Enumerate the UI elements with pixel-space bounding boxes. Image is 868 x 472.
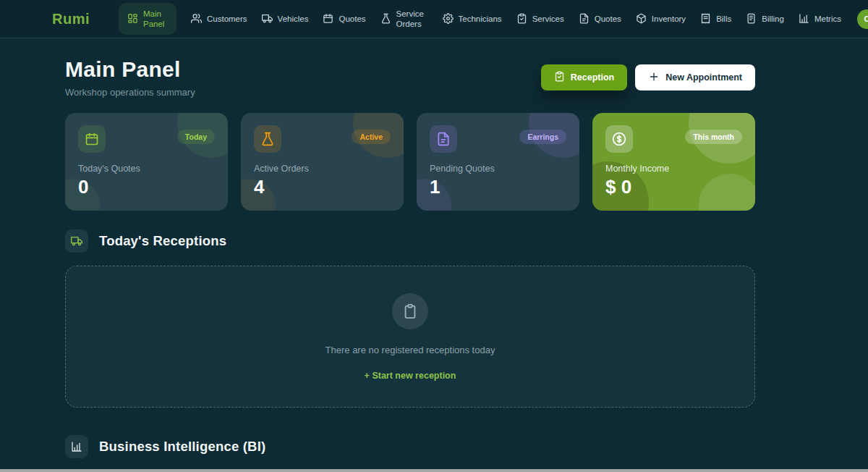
empty-message: There are no registered receptions today	[326, 345, 495, 355]
new-appointment-button[interactable]: New Appointment	[635, 64, 755, 90]
new-appointment-button-label: New Appointment	[665, 72, 742, 83]
stat-value: 1	[430, 176, 566, 198]
nav-label: Customers	[207, 14, 247, 23]
stat-label: Monthly Income	[605, 164, 742, 174]
document-icon	[430, 125, 457, 153]
nav-item-service-orders[interactable]: Service Orders	[380, 9, 428, 30]
nav-item-bills[interactable]: Bills	[700, 13, 731, 25]
nav-label: Services	[532, 14, 564, 23]
nav-label: Inventory	[652, 14, 686, 23]
truck-icon	[262, 13, 273, 25]
dashboard-icon	[127, 13, 138, 25]
nav-item-billing[interactable]: Billing	[746, 13, 784, 25]
nav-label: Bills	[716, 14, 731, 23]
plus-icon	[648, 71, 660, 85]
avatar[interactable]: C	[857, 9, 868, 29]
receptions-empty-state: There are no registered receptions today…	[65, 266, 755, 408]
status-badge: This month	[685, 130, 742, 144]
header-actions: Reception New Appointment	[541, 64, 755, 90]
clipboard-icon	[392, 293, 428, 329]
gear-icon	[443, 13, 454, 25]
page-subtitle: Workshop operations summary	[65, 87, 195, 98]
nav-item-main-panel[interactable]: Main Panel	[119, 3, 176, 35]
invoice-icon	[746, 13, 757, 25]
nav-item-customers[interactable]: Customers	[191, 13, 247, 25]
stat-value: 0	[78, 176, 215, 198]
page-header: Main Panel Workshop operations summary R…	[65, 57, 755, 98]
section-title: Business Intelligence (BI)	[99, 439, 265, 455]
stat-label: Today's Quotes	[78, 164, 215, 174]
stat-value: 4	[254, 176, 391, 198]
nav-item-technicians[interactable]: Technicians	[443, 13, 502, 25]
user-menu[interactable]: C	[857, 9, 868, 29]
main-content: Main Panel Workshop operations summary R…	[65, 57, 755, 458]
reception-button[interactable]: Reception	[541, 64, 627, 90]
app-logo: Rumi	[52, 11, 90, 28]
calendar-icon	[78, 125, 106, 153]
nav-label: Vehicles	[278, 14, 309, 23]
nav-label: Service Orders	[396, 9, 428, 30]
nav-label: Quotes	[339, 14, 365, 23]
bar-chart-icon	[65, 435, 88, 458]
stat-label: Active Orders	[254, 164, 391, 174]
stat-card-todays-quotes: Today Today's Quotes 0	[65, 113, 228, 211]
reception-button-label: Reception	[571, 72, 614, 83]
stat-card-active-orders: Active Active Orders 4	[241, 113, 404, 211]
bar-chart-icon	[799, 13, 809, 25]
start-new-reception-link[interactable]: + Start new reception	[365, 371, 456, 381]
stat-card-pending-quotes: Earrings Pending Quotes 1	[417, 113, 579, 211]
receipt-icon	[700, 13, 711, 25]
stat-value: $ 0	[605, 176, 742, 198]
nav-item-quotes[interactable]: Quotes	[323, 13, 365, 25]
nav-item-metrics[interactable]: Metrics	[799, 13, 841, 25]
nav-label: Technicians	[459, 14, 502, 23]
dollar-circle-icon	[605, 125, 633, 153]
nav-label: Metrics	[814, 14, 841, 23]
stat-label: Pending Quotes	[430, 164, 566, 174]
stat-card-monthly-income: This month Monthly Income $ 0	[592, 113, 755, 211]
top-nav: Rumi Main Panel Customers Vehicles Quote…	[0, 0, 868, 38]
clipboard-check-icon	[554, 71, 565, 84]
section-title: Today's Receptions	[99, 233, 226, 249]
calendar-icon	[323, 13, 333, 25]
status-badge: Today	[177, 130, 215, 144]
receptions-section-header: Today's Receptions	[65, 229, 755, 253]
bi-section-header: Business Intelligence (BI)	[65, 435, 755, 458]
horizontal-scrollbar[interactable]	[0, 469, 868, 472]
package-icon	[636, 13, 647, 25]
document-icon	[579, 13, 590, 25]
dashboard-screen: Rumi Main Panel Customers Vehicles Quote…	[0, 0, 868, 472]
nav-item-vehicles[interactable]: Vehicles	[262, 13, 309, 25]
status-badge: Earrings	[519, 130, 566, 144]
stats-row: Today Today's Quotes 0 Active Active Ord…	[65, 113, 755, 211]
page-title: Main Panel	[65, 57, 195, 82]
truck-icon	[65, 229, 88, 253]
status-badge: Active	[352, 130, 391, 144]
nav-label: Billing	[762, 14, 784, 23]
nav-item-services[interactable]: Services	[516, 13, 564, 25]
clipboard-check-icon	[516, 13, 527, 25]
users-icon	[191, 13, 202, 25]
flask-icon	[254, 125, 281, 153]
page-title-block: Main Panel Workshop operations summary	[65, 57, 195, 98]
nav-label: Main Panel	[143, 9, 168, 30]
nav-item-quotes-2[interactable]: Quotes	[579, 13, 621, 25]
nav-items: Main Panel Customers Vehicles Quotes Ser…	[119, 3, 841, 35]
nav-item-inventory[interactable]: Inventory	[636, 13, 686, 25]
nav-label: Quotes	[595, 14, 621, 23]
flask-icon	[380, 13, 391, 25]
